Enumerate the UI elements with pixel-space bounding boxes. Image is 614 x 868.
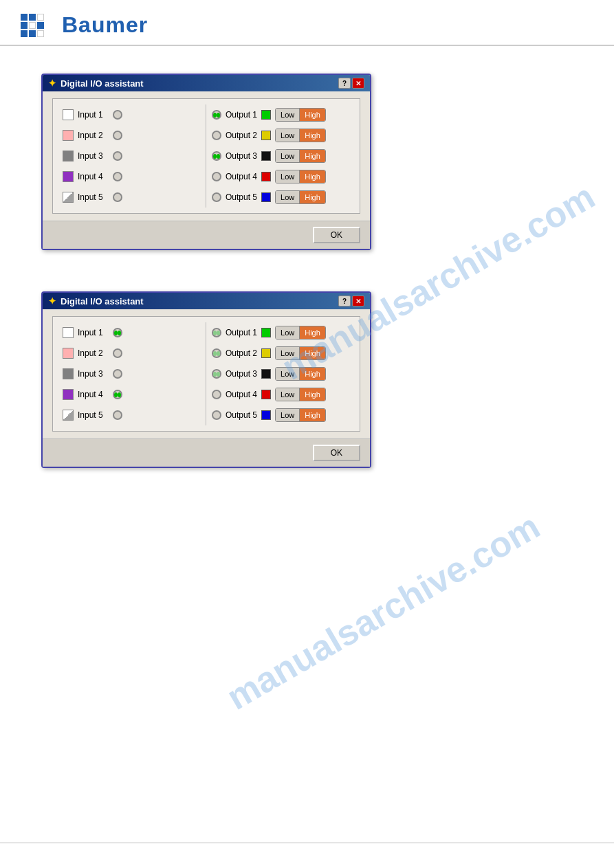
dialog-2-title-icon: ✦ xyxy=(48,296,56,307)
dialog-1-input-row-4: Input 4 xyxy=(63,166,200,187)
input-1-radio[interactable] xyxy=(113,110,122,120)
d2-output-1-low[interactable]: Low xyxy=(276,326,300,339)
page-footer xyxy=(0,843,614,854)
d2-input-4-radio[interactable] xyxy=(113,390,122,399)
output-1-low[interactable]: Low xyxy=(276,109,300,121)
output-3-label: Output 3 xyxy=(226,151,257,161)
d2-output-5-label: Output 5 xyxy=(226,410,257,420)
d2-input-5-radio[interactable] xyxy=(113,410,122,420)
d2-output-4-label: Output 4 xyxy=(226,390,257,399)
d2-output-5-low[interactable]: Low xyxy=(276,409,300,421)
output-3-color xyxy=(261,151,271,161)
output-1-radio[interactable] xyxy=(212,110,221,120)
d2-output-2-lowhigh[interactable]: Low High xyxy=(275,346,326,360)
d2-output-3-lowhigh[interactable]: Low High xyxy=(275,367,326,381)
output-5-lowhigh[interactable]: Low High xyxy=(275,190,326,204)
d2-output-3-high[interactable]: High xyxy=(300,368,325,380)
d2-output-2-low[interactable]: Low xyxy=(276,347,300,359)
dialog-2-io-grid: Input 1 Input 2 Input 3 xyxy=(52,316,360,432)
d2-input-2-label: Input 2 xyxy=(78,348,109,358)
dialog-2-output-row-1: Output 1 Low High xyxy=(212,322,350,343)
dialog-2-body: Input 1 Input 2 Input 3 xyxy=(43,309,370,438)
dialog-1-output-row-2: Output 2 Low High xyxy=(212,125,350,146)
output-4-lowhigh[interactable]: Low High xyxy=(275,170,326,183)
dialog-1-close-btn[interactable]: ✕ xyxy=(352,78,364,89)
output-3-high[interactable]: High xyxy=(300,150,325,162)
output-2-low[interactable]: Low xyxy=(276,129,300,142)
dialog-2-input-row-4: Input 4 xyxy=(63,384,200,405)
input-4-radio[interactable] xyxy=(113,172,122,181)
output-1-lowhigh[interactable]: Low High xyxy=(275,108,326,122)
input-5-label: Input 5 xyxy=(78,192,109,202)
input-4-color xyxy=(63,171,74,182)
d2-output-1-high[interactable]: High xyxy=(300,326,325,339)
dialog-1-title-left: ✦ Digital I/O assistant xyxy=(48,78,144,89)
d2-output-5-radio[interactable] xyxy=(212,410,221,420)
input-3-radio[interactable] xyxy=(113,151,122,161)
output-1-high[interactable]: High xyxy=(300,109,325,121)
d2-output-4-low[interactable]: Low xyxy=(276,388,300,401)
input-2-radio[interactable] xyxy=(113,131,122,140)
d2-output-2-radio[interactable] xyxy=(212,348,221,358)
d2-output-4-lowhigh[interactable]: Low High xyxy=(275,388,326,401)
dialog-1-help-btn[interactable]: ? xyxy=(338,78,351,89)
d2-output-1-lowhigh[interactable]: Low High xyxy=(275,326,326,340)
d2-output-3-radio[interactable] xyxy=(212,369,221,379)
output-5-low[interactable]: Low xyxy=(276,191,300,203)
dialog-1-title: Digital I/O assistant xyxy=(61,78,144,89)
output-2-label: Output 2 xyxy=(226,131,257,140)
output-1-label: Output 1 xyxy=(226,110,257,120)
output-3-radio[interactable] xyxy=(212,151,221,161)
dialog-1-output-row-4: Output 4 Low High xyxy=(212,166,350,187)
d2-output-3-low[interactable]: Low xyxy=(276,368,300,380)
d2-input-3-radio[interactable] xyxy=(113,369,122,379)
input-1-label: Input 1 xyxy=(78,110,109,120)
d2-input-5-label: Input 5 xyxy=(78,410,109,420)
d2-output-2-label: Output 2 xyxy=(226,348,257,358)
dialog-1-inputs-section: Input 1 Input 2 Input 3 xyxy=(57,104,206,208)
d2-input-1-radio[interactable] xyxy=(113,328,122,337)
d2-input-2-radio[interactable] xyxy=(113,348,122,358)
dialog-2-output-row-5: Output 5 Low High xyxy=(212,405,350,425)
dialog-2: ✦ Digital I/O assistant ? ✕ Input 1 xyxy=(41,291,371,468)
dialog-2-controls: ? ✕ xyxy=(338,296,364,307)
d2-output-4-high[interactable]: High xyxy=(300,388,325,401)
dialog-2-help-btn[interactable]: ? xyxy=(338,296,351,307)
d2-output-2-high[interactable]: High xyxy=(300,347,325,359)
d2-output-1-radio[interactable] xyxy=(212,328,221,337)
input-2-color xyxy=(63,130,74,141)
dialog-1-input-row-5: Input 5 xyxy=(63,187,200,208)
output-3-lowhigh[interactable]: Low High xyxy=(275,149,326,163)
d2-output-4-radio[interactable] xyxy=(212,390,221,399)
dialog-1-input-row-2: Input 2 xyxy=(63,125,200,146)
d2-input-2-color xyxy=(63,348,74,359)
dialog-1-titlebar: ✦ Digital I/O assistant ? ✕ xyxy=(43,75,370,91)
dialog-2-titlebar: ✦ Digital I/O assistant ? ✕ xyxy=(43,293,370,309)
d2-output-4-color xyxy=(261,390,271,399)
d2-input-1-color xyxy=(63,327,74,338)
output-5-radio[interactable] xyxy=(212,192,221,202)
dialog-2-ok-button[interactable]: OK xyxy=(313,445,360,461)
output-4-radio[interactable] xyxy=(212,172,221,181)
dialog-1-ok-button[interactable]: OK xyxy=(313,227,360,243)
dialog-2-footer: OK xyxy=(43,438,370,467)
d2-output-3-label: Output 3 xyxy=(226,369,257,379)
output-2-high[interactable]: High xyxy=(300,129,325,142)
output-4-high[interactable]: High xyxy=(300,170,325,183)
input-1-color xyxy=(63,109,74,120)
dialog-1-controls: ? ✕ xyxy=(338,78,364,89)
output-2-lowhigh[interactable]: Low High xyxy=(275,129,326,142)
d2-output-5-high[interactable]: High xyxy=(300,409,325,421)
output-2-radio[interactable] xyxy=(212,131,221,140)
output-5-high[interactable]: High xyxy=(300,191,325,203)
output-3-low[interactable]: Low xyxy=(276,150,300,162)
d2-output-5-lowhigh[interactable]: Low High xyxy=(275,408,326,422)
output-5-color xyxy=(261,192,271,202)
dialog-1-body: Input 1 Input 2 Input 3 xyxy=(43,91,370,221)
dialog-2-close-btn[interactable]: ✕ xyxy=(352,296,364,307)
d2-input-1-label: Input 1 xyxy=(78,328,109,337)
input-4-label: Input 4 xyxy=(78,172,109,181)
output-4-low[interactable]: Low xyxy=(276,170,300,183)
input-5-radio[interactable] xyxy=(113,192,122,202)
d2-input-4-label: Input 4 xyxy=(78,390,109,399)
